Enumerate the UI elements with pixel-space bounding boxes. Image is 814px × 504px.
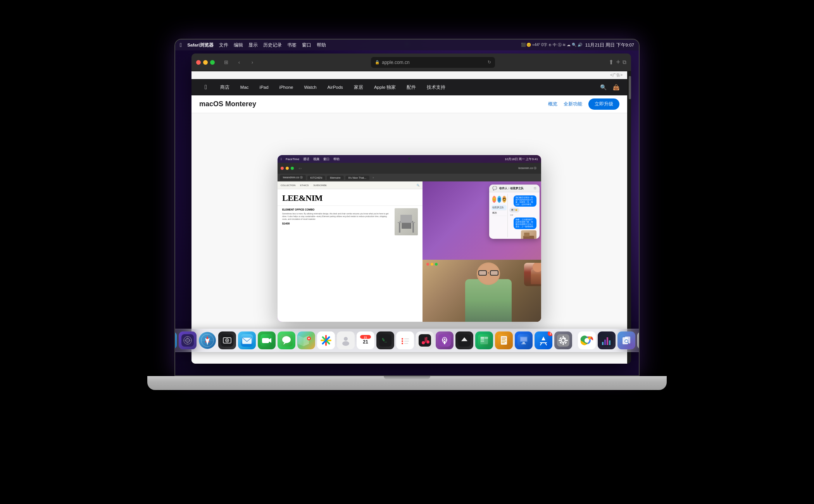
website-content: <广告>  商店 Mac iPad iPhone Watch AirPods …	[191, 71, 627, 364]
sidebar-toggle-btn[interactable]: ⊞	[221, 57, 231, 67]
nav-accessories[interactable]: 配件	[401, 79, 421, 95]
dock-icon-calendar[interactable]: 2121	[357, 331, 374, 349]
menu-bookmarks[interactable]: 书签	[287, 42, 297, 48]
dock-icon-safari[interactable]	[198, 331, 216, 349]
dock-icon-reminders[interactable]	[396, 331, 414, 349]
dock-icon-podcasts[interactable]	[436, 331, 454, 349]
share-btn[interactable]: ⬆	[609, 59, 614, 66]
leenim-collection: COLLECTION	[281, 184, 295, 186]
dock-icon-photos[interactable]	[317, 331, 335, 349]
monterey-title: macOS Monterey	[199, 100, 256, 108]
nav-apple-logo[interactable]: 	[199, 79, 212, 95]
address-bar[interactable]: 🔒 apple.com.cn ↻	[371, 57, 495, 68]
new-tab-btn[interactable]: +	[616, 58, 620, 66]
maximize-button[interactable]	[210, 60, 215, 65]
menu-edit[interactable]: 编辑	[234, 42, 243, 48]
dock-icon-keynote[interactable]	[515, 331, 533, 349]
nav-apple-exclusive[interactable]: Apple 独家	[369, 79, 402, 95]
dock-icon-appstore[interactable]: 1	[535, 331, 552, 349]
svg-rect-4	[400, 215, 412, 223]
dock-icon-pages[interactable]	[495, 331, 513, 349]
close-button[interactable]	[196, 60, 201, 65]
dock-icon-launchpad[interactable]	[179, 331, 197, 349]
screen-lid:  Safari浏览器 文件 编辑 显示 历史记录 书签 窗口 帮助 ⬛ 😊 ≈…	[174, 39, 640, 376]
nav-airpods[interactable]: AirPods	[322, 79, 348, 95]
menu-help[interactable]: 帮助	[317, 42, 326, 48]
msg-list-fengqiu: 枫秋	[492, 211, 507, 216]
hinge-notch	[384, 376, 430, 379]
dock-icon-screenshot[interactable]	[218, 331, 236, 349]
svg-point-38	[308, 338, 310, 339]
minimize-button[interactable]	[203, 60, 208, 65]
dock-icon-terminal2[interactable]	[598, 331, 616, 349]
scrollbar[interactable]	[627, 71, 631, 364]
messages-title: 收件人：创意梦之队	[499, 186, 524, 190]
scrollbar-thumb[interactable]	[629, 76, 631, 99]
inner-close	[281, 167, 284, 170]
inner-maximize	[291, 167, 294, 170]
facetime-call-overlay	[423, 260, 541, 322]
dock-icon-maps[interactable]	[297, 331, 315, 349]
monterey-banner: macOS Monterey 概览 全新功能 立即升级	[191, 95, 627, 113]
menu-view[interactable]: 显示	[248, 42, 258, 48]
dock-icon-music[interactable]	[416, 331, 434, 349]
svg-rect-93	[559, 340, 561, 341]
app-name[interactable]: Safari浏览器	[187, 42, 214, 48]
dock-icon-mail[interactable]	[238, 331, 256, 349]
apple-menu-icon[interactable]: 	[180, 42, 182, 48]
svg-rect-87	[521, 343, 526, 344]
dock-icon-messages[interactable]	[278, 331, 295, 349]
svg-rect-64	[425, 337, 426, 343]
tab-overview-btn[interactable]: ⧉	[623, 59, 626, 66]
dock-icon-terminal[interactable]: %_	[376, 331, 394, 349]
dock-icon-trash[interactable]	[637, 331, 640, 349]
forward-btn[interactable]: ›	[247, 57, 257, 67]
menubar:  Safari浏览器 文件 编辑 显示 历史记录 书签 窗口 帮助 ⬛ 😊 ≈…	[175, 40, 639, 50]
chat-product-image	[521, 230, 536, 239]
nav-watch[interactable]: Watch	[298, 79, 322, 95]
all-features-link[interactable]: 全新功能	[564, 101, 582, 107]
inner-menu4: 帮助	[333, 157, 340, 161]
dock-icon-facetime[interactable]	[258, 331, 276, 349]
leenim-body: ELEMENT OFFICE COMBO Sometimes less is m…	[278, 206, 423, 227]
dock-icon-chrome[interactable]	[578, 331, 596, 349]
dock-icon-settings[interactable]	[554, 331, 572, 349]
dock-separator	[575, 333, 575, 347]
svg-rect-106	[609, 340, 610, 345]
dock-icon-appletv[interactable]	[455, 331, 473, 349]
refresh-btn[interactable]: ↻	[488, 60, 491, 65]
back-btn[interactable]: ‹	[234, 57, 244, 67]
menu-file[interactable]: 文件	[219, 42, 228, 48]
menu-history[interactable]: 历史记录	[263, 42, 282, 48]
chat-bubble-3: 插播，上次规划的产品原有提图了解，我建议在提图片方法上进去，上一版看效果...	[514, 217, 537, 229]
upgrade-button[interactable]: 立即升级	[588, 98, 619, 110]
inner-menubar-right: 10月18日 周一 上午9:41	[505, 157, 538, 161]
msg-list-group: 创意梦之队	[492, 205, 507, 211]
menu-window[interactable]: 窗口	[302, 42, 311, 48]
svg-text:21: 21	[363, 339, 368, 345]
leenim-logo: LEE&NIM	[282, 193, 418, 203]
dock-icon-preview[interactable]	[617, 331, 635, 349]
messages-list: 😊 👤 🧔 创意梦之队 枫秋	[491, 194, 508, 237]
nav-home[interactable]: 家居	[348, 79, 369, 95]
messages-panel: 💬 收件人：创意梦之队 ⊡	[489, 185, 540, 239]
overview-link[interactable]: 概览	[548, 101, 557, 107]
nav-shop[interactable]: 商店	[215, 79, 235, 95]
traffic-lights	[196, 60, 215, 65]
nav-ipad[interactable]: iPad	[254, 79, 274, 95]
right-lens	[490, 270, 498, 276]
dock-icon-finder[interactable]	[174, 331, 177, 349]
svg-rect-65	[426, 337, 427, 342]
nav-bag-icon[interactable]: 👜	[613, 84, 619, 90]
nav-iphone[interactable]: iPhone	[274, 79, 299, 95]
inner-tab-bar: leeandnim.co ⓢ KITCHEN Memoire It's Nice…	[278, 174, 541, 181]
browser-chrome: ⊞ ‹ › 🔒 apple.com.cn ↻ ⬆ + ⧉	[191, 54, 631, 71]
nav-mac[interactable]: Mac	[235, 79, 254, 95]
nav-search-icon[interactable]: 🔍	[600, 84, 607, 90]
dock-icon-numbers[interactable]	[475, 331, 493, 349]
dock-icon-contacts[interactable]	[337, 331, 355, 349]
person-body	[450, 262, 527, 322]
nav-support[interactable]: 技术支持	[421, 79, 451, 95]
glasses	[478, 270, 498, 276]
svg-point-57	[402, 340, 403, 342]
